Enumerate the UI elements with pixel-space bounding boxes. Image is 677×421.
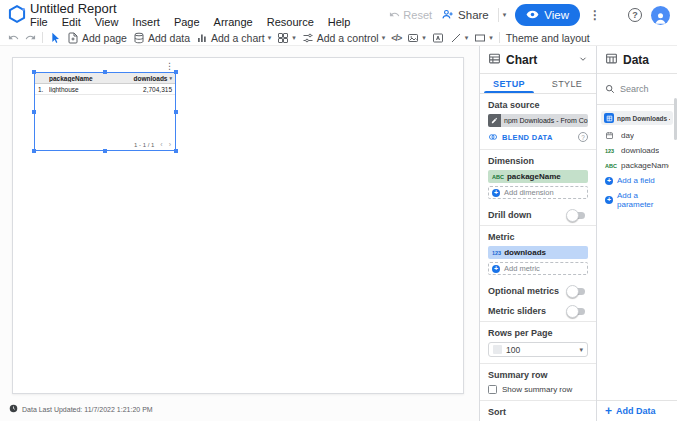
dimension-label: Dimension (488, 156, 588, 166)
add-chart-button[interactable]: Add a chart ▾ (196, 32, 271, 44)
add-shape-button[interactable]: ▾ (474, 32, 493, 44)
plus-icon: + (605, 177, 613, 185)
column-header-downloads[interactable]: downloads ▾ (123, 75, 175, 82)
blend-icon (488, 128, 498, 146)
metric-sliders-toggle[interactable] (568, 308, 585, 315)
caret-down-icon: ▾ (422, 34, 426, 42)
add-field-button[interactable]: + Add a field (597, 173, 677, 188)
search-icon (605, 80, 615, 98)
data-source-name: npm Downloads - From Co... (501, 117, 588, 124)
menu-bar: File Edit View Insert Page Arrange Resou… (23, 16, 357, 28)
dimension-chip[interactable]: ABC packageName (488, 170, 588, 183)
blend-data-row: BLEND DATA ? (488, 131, 588, 143)
pencil-icon[interactable] (488, 114, 501, 127)
data-source-chip[interactable]: npm Downloads - From Co... (488, 114, 588, 127)
add-data-button[interactable]: Add data (133, 32, 190, 44)
redo-button[interactable] (25, 32, 36, 43)
text-box-icon (432, 32, 444, 44)
undo-button[interactable] (8, 32, 19, 43)
metric-section: Metric 123 downloads + Add metric (480, 226, 596, 281)
resize-handle-s[interactable] (103, 149, 107, 153)
next-page-icon[interactable]: › (169, 141, 171, 148)
reset-button[interactable]: Reset (389, 9, 432, 22)
share-options-caret-icon[interactable]: ▾ (498, 8, 507, 22)
add-dimension-button[interactable]: + Add dimension (488, 186, 588, 199)
prev-page-icon[interactable]: ‹ (160, 141, 162, 148)
menu-insert[interactable]: Insert (125, 16, 167, 28)
report-page[interactable]: ⋮ packageName downloads ▾ 1. lighthouse … (12, 57, 464, 394)
menu-file[interactable]: File (23, 16, 55, 28)
resize-handle-sw[interactable] (32, 149, 36, 153)
account-avatar[interactable] (651, 6, 670, 25)
chevron-down-icon[interactable] (578, 53, 588, 67)
embed-code-button[interactable]: </> (391, 33, 401, 43)
column-header-packagename[interactable]: packageName (49, 75, 123, 82)
menu-view[interactable]: View (88, 16, 126, 28)
chart-panel-title: Chart (506, 53, 537, 67)
report-canvas[interactable]: ⋮ packageName downloads ▾ 1. lighthouse … (0, 46, 479, 421)
add-page-button[interactable]: Add page (67, 32, 127, 44)
resize-handle-se[interactable] (174, 149, 178, 153)
resize-handle-w[interactable] (32, 110, 36, 114)
table-pagination: 1 - 1 / 1 ‹ › (134, 141, 171, 148)
report-title[interactable]: Untitled Report (30, 1, 117, 16)
selected-table-chart[interactable]: ⋮ packageName downloads ▾ 1. lighthouse … (34, 72, 176, 151)
blend-data-button[interactable]: BLEND DATA (502, 133, 553, 142)
edit-toolbar: Add page Add data Add a chart ▾ ▾ Add a … (0, 30, 677, 46)
share-button[interactable]: Share (441, 8, 489, 23)
add-text-button[interactable] (432, 32, 444, 44)
field-item-downloads[interactable]: 123 downloads (597, 143, 677, 158)
field-item-packagename[interactable]: ABC packageName (597, 158, 677, 173)
chart-panel-header[interactable]: Chart (480, 46, 596, 74)
show-summary-checkbox[interactable] (488, 385, 497, 394)
tune-icon (302, 32, 314, 44)
add-data-button[interactable]: Add Data (616, 406, 656, 416)
menu-page[interactable]: Page (167, 16, 207, 28)
search-input[interactable] (620, 84, 666, 94)
add-metric-button[interactable]: + Add metric (488, 262, 588, 275)
show-summary-row: Show summary row (488, 385, 588, 394)
caret-down-icon: ▾ (489, 34, 493, 42)
cell-packagename: lighthouse (49, 86, 123, 93)
theme-and-layout-button[interactable]: Theme and layout (506, 32, 590, 44)
resize-handle-n[interactable] (103, 70, 107, 74)
community-visualizations-button[interactable]: ▾ (277, 32, 296, 44)
chart-options-kebab-icon[interactable]: ⋮ (165, 61, 174, 71)
select-tool-button[interactable] (49, 32, 61, 44)
more-options-kebab-icon[interactable]: ⋮ (589, 8, 601, 22)
dimension-section: Dimension ABC packageName + Add dimensio… (480, 150, 596, 205)
menu-arrange[interactable]: Arrange (207, 16, 260, 28)
tab-setup[interactable]: SETUP (480, 74, 538, 93)
rows-per-page-select[interactable]: 100 ▾ (488, 342, 588, 357)
menu-resource[interactable]: Resource (260, 16, 321, 28)
plus-icon: + (605, 196, 613, 204)
help-icon[interactable]: ? (628, 8, 642, 22)
resize-handle-e[interactable] (174, 110, 178, 114)
menu-help[interactable]: Help (321, 16, 358, 28)
resize-handle-ne[interactable] (174, 70, 178, 74)
rows-per-page-value: 100 (506, 345, 520, 355)
menu-edit[interactable]: Edit (55, 16, 88, 28)
help-icon[interactable]: ? (578, 132, 588, 142)
tab-style[interactable]: STYLE (538, 74, 596, 93)
table-chart-icon (488, 52, 501, 68)
grid-icon (277, 32, 289, 44)
resize-handle-nw[interactable] (32, 70, 36, 74)
view-button[interactable]: View (515, 4, 580, 26)
drill-down-toggle[interactable] (568, 212, 585, 219)
cell-downloads: 2,704,315 (123, 86, 175, 93)
add-line-button[interactable]: ▾ (450, 32, 469, 44)
data-source-item[interactable]: npm Downloads - F... (601, 111, 673, 125)
field-item-day[interactable]: day (597, 128, 677, 143)
summary-row-section: Summary row Show summary row (480, 364, 596, 400)
caret-down-icon: ▾ (268, 34, 272, 42)
optional-metrics-toggle[interactable] (568, 288, 585, 295)
add-parameter-button[interactable]: + Add a parameter (597, 188, 677, 212)
plus-icon: + (492, 265, 500, 273)
chart-panel-tabs: SETUP STYLE (480, 74, 596, 94)
data-source-name: npm Downloads - F... (617, 115, 670, 122)
metric-chip[interactable]: 123 downloads (488, 246, 588, 259)
add-control-button[interactable]: Add a control ▾ (302, 32, 385, 44)
add-image-button[interactable]: ▾ (407, 32, 426, 44)
metric-label: Metric (488, 232, 588, 242)
